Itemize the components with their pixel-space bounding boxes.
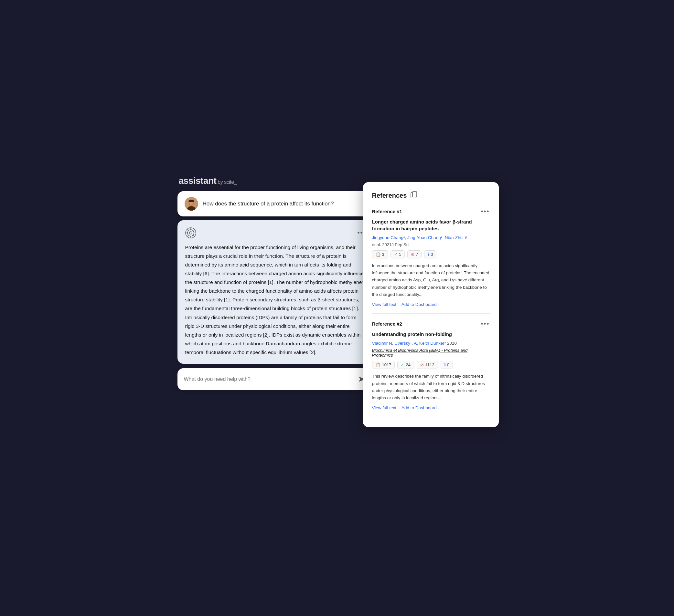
doc-icon: 📋 [376,362,381,367]
mentioning-icon: ℹ [444,362,446,367]
ref1-badge-mentioning: ℹ 0 [424,250,436,259]
svg-point-6 [188,230,194,236]
ref1-excerpt: Interactions between charged amino acids… [372,262,490,298]
ref2-excerpt: This review describes the family of intr… [372,373,490,402]
ref2-badge-mentioning: ℹ 0 [441,361,453,369]
ref1-view-full-text[interactable]: View full text [372,302,397,307]
ref2-badge-supporting: ✓ 24 [397,361,414,369]
app-subtitle: by scite_ [216,179,237,185]
ref1-badge-supporting: ✓ 1 [390,250,405,259]
doc-icon: 📋 [376,252,381,257]
input-bar [178,368,374,390]
ref1-actions: View full text Add to Dashboard [372,302,490,307]
references-panel: References Reference #1 ••• Longer charg… [363,182,499,427]
svg-rect-17 [413,191,417,197]
ref2-number: Reference #2 [372,321,402,327]
app-title-text: assistant [179,176,217,186]
assistant-body-text: Proteins are essential for the proper fu… [185,243,366,357]
ref2-view-full-text[interactable]: View full text [372,406,397,410]
ref1-badge-contrasting: ⊘ 7 [407,250,422,259]
contrasting-icon: ⊘ [420,362,424,367]
ref1-options-button[interactable]: ••• [481,208,489,215]
ref1-add-to-dashboard[interactable]: Add to Dashboard [402,302,437,307]
reference-card-1: Reference #1 ••• Longer charged amino ac… [372,208,490,314]
svg-point-7 [190,232,192,234]
ref1-journal: et al. 2021J Pep Sci [372,242,490,247]
contrasting-icon: ⊘ [411,252,415,257]
user-message-text: How does the structure of a protein affe… [203,200,334,208]
app-header: assistant by scite_ [176,169,376,191]
ref1-title: Longer charged amino acids favor β-stran… [372,218,490,232]
reference-card-2: Reference #2 ••• Understanding protein n… [372,320,490,417]
assistant-logo-icon [185,227,196,239]
copy-icon[interactable] [411,191,417,200]
user-message: How does the structure of a protein affe… [178,191,374,216]
app-title: assistant by scite_ [179,176,237,186]
references-header: References [372,191,490,200]
chat-panel: assistant by scite_ How does the structu… [176,169,376,391]
ref2-journal-link: Biochimica et Biophysica Acta (BBA) - Pr… [372,348,490,357]
ref1-number: Reference #1 [372,209,402,214]
mentioning-icon: ℹ [428,252,429,257]
ref1-authors: Jingyuan Chang¹, Jing-Yuan Chang², Nian-… [372,235,490,241]
ref1-top-row: Reference #1 ••• [372,208,490,215]
ref1-badge-doc: 📋 3 [372,250,388,259]
supporting-icon: ✓ [401,362,405,367]
ref2-badge-doc: 📋 1017 [372,361,395,369]
assistant-message: ••• Proteins are essential for the prope… [178,220,374,364]
ref2-options-button[interactable]: ••• [481,320,489,328]
ref2-top-row: Reference #2 ••• [372,320,490,328]
ref2-add-to-dashboard[interactable]: Add to Dashboard [402,406,437,410]
avatar [185,197,198,210]
ref2-badges: 📋 1017 ✓ 24 ⊘ 1112 ℹ 0 [372,361,490,369]
ref2-actions: View full text Add to Dashboard [372,406,490,410]
ref2-badge-contrasting: ⊘ 1112 [417,361,438,369]
references-title: References [372,192,407,199]
ref2-title: Understanding protein non-folding [372,331,490,337]
supporting-icon: ✓ [394,252,398,257]
ref1-badges: 📋 3 ✓ 1 ⊘ 7 ℹ 0 [372,250,490,259]
chat-input[interactable] [184,376,352,382]
ref2-authors: Vladimir N. Uversky¹, A. Keith Dunker² 2… [372,340,490,347]
assistant-header: ••• [185,227,366,239]
